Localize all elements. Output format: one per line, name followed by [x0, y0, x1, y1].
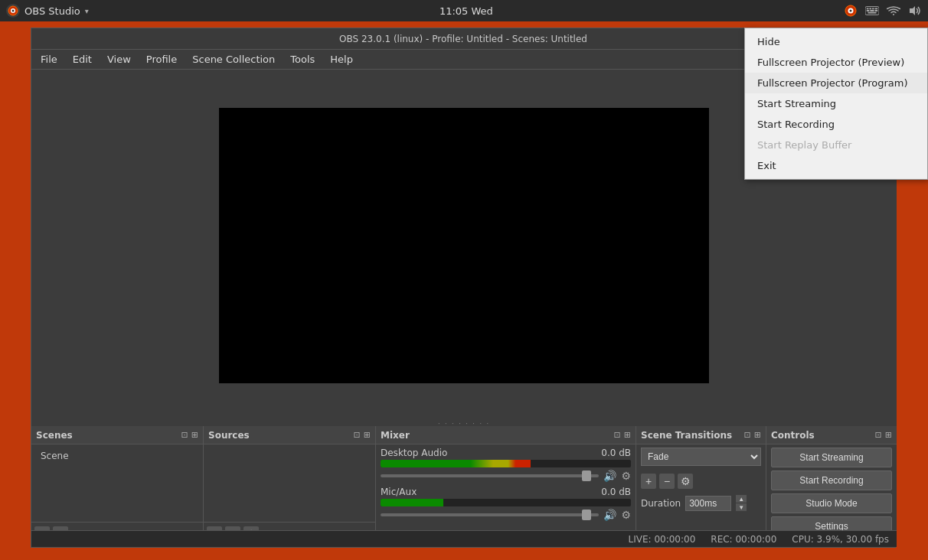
transitions-add-row: + − ⚙ [641, 474, 761, 489]
mixer-config-icon[interactable]: ⊞ [624, 430, 631, 440]
mixer-channel-mic-header: Mic/Aux 0.0 dB [381, 487, 631, 497]
duration-up-button[interactable]: ▲ [736, 495, 747, 503]
volume-icon[interactable] [908, 4, 922, 18]
transitions-config-icon[interactable]: ⊞ [754, 430, 761, 440]
ctx-item-fullscreen-program[interactable]: Fullscreen Projector (Program) [745, 73, 927, 93]
studio-mode-button[interactable]: Studio Mode [771, 493, 892, 513]
ctx-item-hide[interactable]: Hide [745, 31, 927, 52]
context-menu: Hide Fullscreen Projector (Preview) Full… [744, 28, 928, 180]
mixer-desktop-controls: 🔊 ⚙ [381, 470, 631, 482]
start-streaming-button[interactable]: Start Streaming [771, 448, 892, 467]
scenes-panel-header: Scenes ⊡ ⊞ [31, 426, 203, 444]
preview-canvas [219, 108, 709, 383]
controls-expand-icon[interactable]: ⊡ [875, 430, 882, 440]
menu-help[interactable]: Help [324, 52, 359, 67]
sources-config-icon[interactable]: ⊞ [364, 430, 371, 440]
live-status: LIVE: 00:00:00 [629, 534, 696, 545]
scenes-panel-icons: ⊡ ⊞ [181, 430, 198, 440]
duration-spinners: ▲ ▼ [736, 495, 747, 511]
menu-view[interactable]: View [101, 52, 137, 67]
wifi-icon[interactable] [887, 4, 900, 18]
menu-edit[interactable]: Edit [67, 52, 98, 67]
mixer-mic-mute-icon[interactable]: 🔊 [603, 509, 616, 521]
mixer-mic-meter-fill [381, 499, 443, 506]
start-recording-button[interactable]: Start Recording [771, 470, 892, 490]
svg-point-5 [849, 10, 851, 12]
transitions-remove-button[interactable]: − [659, 474, 675, 489]
transitions-panel-icons: ⊡ ⊞ [744, 430, 761, 440]
obs-tray-icon[interactable] [6, 4, 20, 18]
svg-rect-10 [875, 8, 878, 9]
mixer-channel-desktop-header: Desktop Audio 0.0 dB [381, 448, 631, 458]
ctx-item-exit[interactable]: Exit [745, 155, 927, 176]
sources-panel-header: Sources ⊡ ⊞ [204, 426, 375, 444]
transitions-settings-button[interactable]: ⚙ [678, 474, 693, 489]
sources-panel-title: Sources [208, 430, 250, 441]
rec-status: REC: 00:00:00 [711, 534, 776, 545]
scenes-config-icon[interactable]: ⊞ [191, 430, 198, 440]
transitions-panel: Scene Transitions ⊡ ⊞ Fade Cut Swipe Sli… [636, 426, 766, 545]
sources-panel-icons: ⊡ ⊞ [354, 430, 371, 440]
ctx-item-start-recording[interactable]: Start Recording [745, 114, 927, 135]
taskbar-left: OBS Studio ▾ [6, 4, 89, 18]
mixer-expand-icon[interactable]: ⊡ [614, 430, 621, 440]
transition-type-select[interactable]: Fade Cut Swipe Slide Stinger [641, 448, 761, 466]
keyboard-icon[interactable] [865, 4, 879, 18]
svg-marker-15 [910, 6, 915, 15]
svg-rect-7 [867, 8, 869, 9]
controls-panel: Controls ⊡ ⊞ Start Streaming Start Recor… [766, 426, 897, 545]
svg-rect-11 [867, 10, 870, 11]
statusbar: LIVE: 00:00:00 REC: 00:00:00 CPU: 3.9%, … [31, 530, 897, 547]
mixer-mic-fader[interactable] [381, 513, 599, 516]
controls-panel-header: Controls ⊡ ⊞ [766, 426, 897, 444]
svg-rect-9 [872, 8, 874, 9]
scenes-panel: Scenes ⊡ ⊞ Scene + − ∧ ∨ [31, 426, 204, 545]
mixer-mic-controls: 🔊 ⚙ [381, 509, 631, 521]
mixer-panel-header: Mixer ⊡ ⊞ [376, 426, 636, 444]
controls-config-icon[interactable]: ⊞ [885, 430, 892, 440]
mixer-channel-mic: Mic/Aux 0.0 dB 🔊 ⚙ [381, 487, 631, 521]
duration-down-button[interactable]: ▼ [736, 503, 747, 511]
mixer-desktop-fader[interactable] [381, 474, 599, 477]
mixer-channel-desktop: Desktop Audio 0.0 dB 🔊 ⚙ [381, 448, 631, 482]
mixer-desktop-db: 0.0 dB [601, 448, 631, 458]
mixer-mic-settings-icon[interactable]: ⚙ [621, 509, 631, 521]
window-title: OBS 23.0.1 (linux) - Profile: Untitled -… [339, 34, 587, 44]
taskbar: OBS Studio ▾ 11:05 Wed [0, 0, 928, 21]
mixer-desktop-meter-fill [381, 460, 531, 467]
ctx-item-fullscreen-preview[interactable]: Fullscreen Projector (Preview) [745, 52, 927, 73]
mixer-mic-name: Mic/Aux [381, 487, 417, 497]
scenes-expand-icon[interactable]: ⊡ [181, 430, 188, 440]
transitions-add-button[interactable]: + [641, 474, 656, 489]
duration-label: Duration [641, 498, 681, 509]
svg-point-2 [12, 10, 15, 12]
svg-rect-8 [869, 8, 871, 9]
mixer-panel-icons: ⊡ ⊞ [614, 430, 631, 440]
menu-profile[interactable]: Profile [140, 52, 183, 67]
obs-system-tray-icon[interactable] [844, 4, 858, 18]
scene-item[interactable]: Scene [36, 448, 198, 464]
transitions-expand-icon[interactable]: ⊡ [744, 430, 751, 440]
svg-rect-12 [870, 10, 874, 11]
taskbar-app-title[interactable]: OBS Studio [25, 5, 80, 17]
mixer-desktop-settings-icon[interactable]: ⚙ [621, 470, 631, 482]
scenes-panel-title: Scenes [36, 430, 73, 441]
mixer-desktop-meter [381, 460, 631, 467]
ctx-item-start-streaming[interactable]: Start Streaming [745, 93, 927, 114]
menu-scene-collection[interactable]: Scene Collection [186, 52, 281, 67]
controls-panel-title: Controls [771, 430, 815, 441]
sources-expand-icon[interactable]: ⊡ [354, 430, 361, 440]
mixer-desktop-mute-icon[interactable]: 🔊 [603, 470, 616, 482]
mixer-mic-fader-thumb[interactable] [582, 510, 591, 520]
mixer-desktop-fader-thumb[interactable] [582, 470, 591, 481]
duration-row: Duration ▲ ▼ [641, 495, 761, 511]
bottom-panels: Scenes ⊡ ⊞ Scene + − ∧ ∨ Sources ⊡ [31, 426, 897, 545]
menu-file[interactable]: File [34, 52, 64, 67]
taskbar-clock: 11:05 Wed [439, 5, 493, 17]
taskbar-dropdown-arrow[interactable]: ▾ [85, 7, 89, 15]
cpu-status: CPU: 3.9%, 30.00 fps [792, 534, 889, 545]
mixer-panel: Mixer ⊡ ⊞ Desktop Audio 0.0 dB [376, 426, 636, 545]
duration-input[interactable] [685, 496, 731, 511]
mixer-mic-meter [381, 499, 631, 506]
menu-tools[interactable]: Tools [284, 52, 321, 67]
